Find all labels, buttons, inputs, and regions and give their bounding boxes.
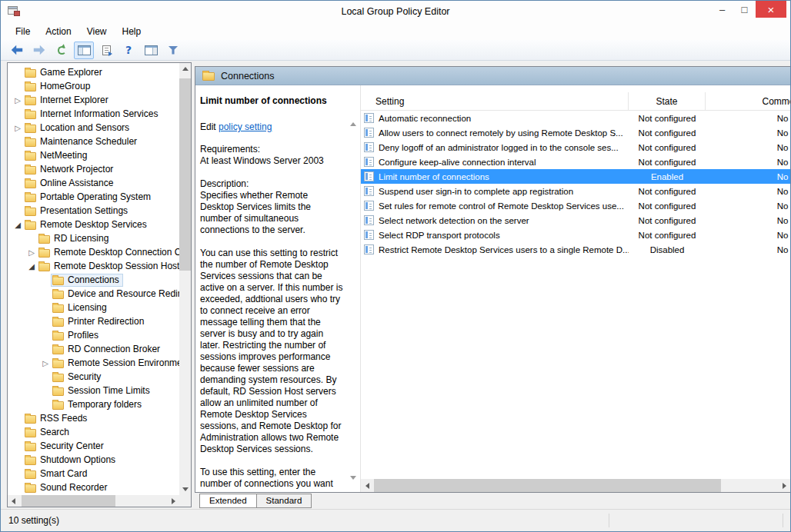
tree-item[interactable]: Security	[8, 370, 179, 384]
column-header-comment[interactable]: Comment	[706, 92, 791, 110]
tree-horizontal-scrollbar[interactable]	[8, 495, 179, 507]
settings-row[interactable]: Select network detection on the serverNo…	[361, 213, 791, 228]
folder-icon	[25, 429, 36, 437]
tree-item[interactable]: Presentation Settings	[8, 204, 179, 218]
tree-item[interactable]: Device and Resource Redire	[8, 287, 179, 301]
tree-item[interactable]: Maintenance Scheduler	[8, 135, 179, 148]
tree-item[interactable]: Internet Explorer	[8, 93, 179, 107]
tab-extended[interactable]: Extended	[199, 494, 257, 508]
tree-item[interactable]: Search	[8, 425, 179, 439]
folder-icon	[25, 138, 36, 147]
description-scrollbar[interactable]	[347, 85, 359, 492]
tree-item[interactable]: Online Assistance	[8, 176, 179, 190]
settings-row[interactable]: Deny logoff of an administrator logged i…	[361, 140, 791, 155]
edit-policy-setting-link[interactable]: policy setting	[219, 121, 272, 132]
tree-item-remote-desktop-services[interactable]: Remote Desktop Services	[8, 218, 179, 231]
scroll-right-button[interactable]	[778, 479, 791, 492]
settings-row[interactable]: Allow users to connect remotely by using…	[361, 125, 791, 140]
tree-item[interactable]: RD Connection Broker	[8, 342, 179, 356]
policy-icon	[364, 157, 374, 167]
scroll-right-icon	[783, 483, 786, 489]
tree-item[interactable]: Temporary folders	[8, 397, 179, 411]
menu-action[interactable]: Action	[38, 24, 78, 39]
tree-vertical-scrollbar[interactable]	[179, 63, 191, 495]
tree-item[interactable]: NetMeeting	[8, 148, 179, 162]
scroll-up-icon[interactable]	[350, 122, 356, 126]
folder-icon	[25, 97, 36, 105]
tree-item[interactable]: Portable Operating System	[8, 190, 179, 204]
minimize-button[interactable]: –	[711, 1, 733, 18]
folder-icon	[25, 125, 36, 133]
list-horizontal-scrollbar[interactable]	[361, 479, 791, 492]
tree-item[interactable]: Remote Session Environme	[8, 356, 179, 370]
action-pane-icon	[145, 45, 158, 55]
folder-icon	[52, 332, 64, 341]
folder-header-title: Connections	[221, 71, 275, 81]
tree-item[interactable]: Profiles	[8, 328, 179, 342]
menu-file[interactable]: File	[8, 24, 38, 39]
tree-item-remote-desktop-session-host[interactable]: Remote Desktop Session Host	[8, 259, 179, 273]
settings-row[interactable]: Restrict Remote Desktop Services users t…	[361, 242, 791, 257]
filter-button[interactable]	[163, 42, 183, 59]
edit-label: Edit	[200, 121, 219, 132]
expand-icon[interactable]	[40, 356, 51, 371]
tree-item[interactable]: Session Time Limits	[8, 384, 179, 397]
tree-item-connections[interactable]: Connections	[8, 273, 179, 287]
tree-item[interactable]: Sound Recorder	[8, 480, 179, 494]
scrollbar-thumb[interactable]	[374, 479, 721, 492]
policy-icon	[364, 230, 374, 240]
scroll-left-button[interactable]	[8, 495, 19, 507]
tree-item[interactable]: Shutdown Options	[8, 453, 179, 467]
tab-standard[interactable]: Standard	[256, 494, 312, 508]
policy-icon	[364, 201, 374, 211]
folder-icon	[52, 318, 64, 327]
close-button[interactable]: ×	[756, 1, 786, 18]
tree-item[interactable]: Printer Redirection	[8, 314, 179, 328]
settings-row[interactable]: Set rules for remote control of Remote D…	[361, 198, 791, 213]
menu-view[interactable]: View	[79, 24, 115, 39]
collapse-icon[interactable]	[26, 259, 37, 274]
settings-row[interactable]: Automatic reconnectionNot configuredNo	[361, 111, 791, 125]
tree-item[interactable]: Network Projector	[8, 162, 179, 176]
menu-help[interactable]: Help	[115, 24, 149, 39]
scroll-down-icon[interactable]	[350, 476, 356, 480]
settings-row[interactable]: Select RDP transport protocolsNot config…	[361, 228, 791, 242]
tree-item[interactable]: RD Licensing	[8, 231, 179, 245]
export-list-button[interactable]	[96, 42, 116, 59]
forward-button[interactable]	[29, 42, 49, 59]
refresh-button[interactable]	[52, 42, 72, 59]
tree-item[interactable]: Internet Information Services	[8, 107, 179, 121]
tree-item[interactable]: Licensing	[8, 301, 179, 314]
tree-item[interactable]: RSS Feeds	[8, 411, 179, 425]
scrollbar-thumb[interactable]	[22, 495, 115, 507]
expand-icon[interactable]	[12, 93, 23, 108]
scroll-up-button[interactable]	[179, 63, 191, 75]
scroll-down-button[interactable]	[179, 484, 191, 495]
folder-icon	[25, 194, 36, 202]
settings-row[interactable]: Configure keep-alive connection interval…	[361, 155, 791, 169]
back-button[interactable]	[7, 42, 27, 59]
maximize-button[interactable]: □	[733, 1, 756, 18]
column-header-setting[interactable]: Setting	[361, 92, 629, 110]
tree-item[interactable]: Remote Desktop Connection C	[8, 245, 179, 259]
column-header-state[interactable]: State	[629, 92, 706, 110]
scrollbar-thumb[interactable]	[179, 78, 191, 271]
help-button[interactable]: ?	[118, 42, 139, 59]
policy-icon	[364, 171, 374, 181]
settings-row[interactable]: Suspend user sign-in to complete app reg…	[361, 184, 791, 198]
policy-description-pane: Limit number of connections Edit policy …	[195, 85, 347, 492]
show-hide-console-tree-button[interactable]	[74, 42, 94, 59]
tree-item[interactable]: HomeGroup	[8, 79, 179, 93]
show-hide-action-pane-button[interactable]	[141, 42, 161, 59]
tree-item[interactable]: Security Center	[8, 439, 179, 453]
scroll-left-button[interactable]	[361, 479, 374, 492]
expand-icon[interactable]	[12, 121, 23, 135]
expand-icon[interactable]	[26, 245, 37, 260]
settings-row-limit-number-of-connections[interactable]: Limit number of connectionsEnabledNo	[361, 169, 791, 184]
results-panel: Connections Limit number of connections …	[195, 66, 791, 493]
tree-item[interactable]: Smart Card	[8, 467, 179, 480]
scroll-right-button[interactable]	[168, 495, 179, 507]
tree-item[interactable]: Game Explorer	[8, 65, 179, 79]
collapse-icon[interactable]	[12, 218, 23, 232]
tree-item[interactable]: Location and Sensors	[8, 121, 179, 135]
